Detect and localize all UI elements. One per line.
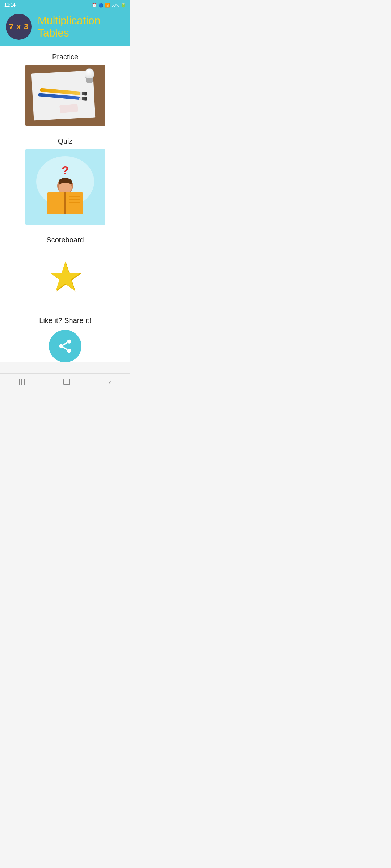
wifi-icon: 📶 xyxy=(105,3,110,8)
quiz-character: ? xyxy=(47,164,83,214)
navigation-bar: ‹ xyxy=(0,373,130,391)
app-header: 7 x 3 Multiplication Tables xyxy=(0,10,130,46)
status-icons: ⏰ 🔵 📶 69% 🔋 xyxy=(92,3,126,8)
quiz-book-line xyxy=(69,202,80,203)
quiz-book-line xyxy=(69,196,80,197)
quiz-head xyxy=(57,178,73,194)
main-content: Practice Quiz ? xyxy=(0,46,130,362)
svg-line-3 xyxy=(63,347,68,350)
home-button[interactable] xyxy=(56,376,77,388)
app-title: Multiplication Tables xyxy=(38,14,125,39)
back-icon: ‹ xyxy=(109,378,111,386)
practice-label: Practice xyxy=(52,53,78,61)
status-time: 11:14 xyxy=(4,3,16,8)
recent-apps-icon xyxy=(19,379,25,385)
quiz-image: ? xyxy=(25,149,105,225)
star-container: ★ xyxy=(47,248,83,306)
practice-image xyxy=(25,65,105,126)
svg-point-2 xyxy=(67,349,71,353)
status-bar: 11:14 ⏰ 🔵 📶 69% 🔋 xyxy=(0,0,130,10)
share-label: Like it? Share it! xyxy=(39,316,91,325)
star-icon: ★ xyxy=(47,257,83,297)
home-icon xyxy=(63,379,70,385)
svg-point-0 xyxy=(67,340,71,344)
quiz-book-line xyxy=(69,199,80,200)
battery-icon: 🔋 xyxy=(121,3,126,8)
practice-eraser xyxy=(59,104,78,113)
quiz-book-lines xyxy=(69,196,80,205)
quiz-menu-item[interactable]: Quiz ? xyxy=(0,137,130,225)
question-mark-icon: ? xyxy=(62,164,69,177)
scoreboard-label: Scoreboard xyxy=(46,236,84,244)
battery-text: 69% xyxy=(112,3,119,7)
quiz-face xyxy=(59,183,72,193)
recent-apps-button[interactable] xyxy=(12,376,32,388)
share-section: Like it? Share it! xyxy=(0,316,130,362)
scoreboard-menu-item[interactable]: Scoreboard ★ xyxy=(0,236,130,306)
share-button[interactable] xyxy=(49,330,81,362)
quiz-book-spine xyxy=(64,192,66,214)
logo-text: 7 x 3 xyxy=(9,22,29,31)
svg-line-4 xyxy=(63,342,68,345)
practice-menu-item[interactable]: Practice xyxy=(0,53,130,126)
back-button[interactable]: ‹ xyxy=(101,375,118,388)
share-icon xyxy=(57,338,73,354)
alarm-icon: ⏰ xyxy=(92,3,97,8)
bluetooth-icon: 🔵 xyxy=(98,3,104,8)
practice-bulb xyxy=(84,68,95,83)
logo-circle: 7 x 3 xyxy=(6,14,32,40)
quiz-book xyxy=(47,192,83,214)
quiz-label: Quiz xyxy=(58,137,72,145)
svg-point-1 xyxy=(59,344,63,348)
